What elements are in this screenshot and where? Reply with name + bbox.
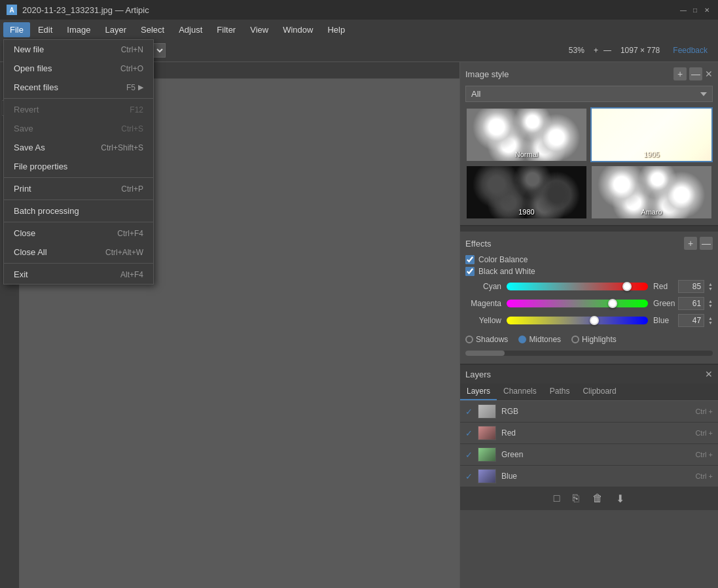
layer-rgb-name: RGB: [501, 407, 690, 416]
panel-scrollbar[interactable]: [460, 226, 718, 232]
slider-cyan-thumb[interactable]: [622, 282, 632, 291]
menu-close-all[interactable]: Close All Ctrl+Alt+W: [4, 243, 153, 262]
style-1980[interactable]: 1980: [465, 165, 588, 220]
maximize-btn[interactable]: □: [691, 5, 700, 14]
image-style-close-btn[interactable]: ✕: [705, 69, 713, 79]
effects-plus-btn[interactable]: +: [684, 237, 697, 250]
menu-open-files[interactable]: Open files Ctrl+O: [4, 59, 153, 78]
menu-select[interactable]: Select: [134, 22, 171, 37]
tone-shadows[interactable]: Shadows: [465, 335, 508, 344]
slider-magenta-track[interactable]: [507, 300, 648, 307]
feedback-btn[interactable]: Feedback: [669, 44, 711, 56]
menu-image[interactable]: Image: [60, 22, 97, 37]
file-properties-label: File properties: [14, 162, 67, 171]
title-left: A 2020-11-23_133231.jpg — Artipic: [7, 5, 149, 15]
menu-adjust[interactable]: Adjust: [172, 22, 209, 37]
dimensions-info: 1097 × 778: [617, 44, 664, 56]
slider-green-label: Green: [653, 299, 673, 308]
magenta-value-arrows[interactable]: ▲ ▼: [708, 299, 713, 308]
layer-new-btn[interactable]: □: [550, 491, 564, 506]
recent-files-arrow: ▶: [138, 83, 143, 92]
effects-scrollbar[interactable]: [465, 351, 713, 356]
menu-file-properties[interactable]: File properties: [4, 157, 153, 176]
tone-highlights[interactable]: Highlights: [571, 335, 617, 344]
effects-minus-btn[interactable]: —: [700, 237, 713, 250]
window-controls[interactable]: — □ ✕: [679, 5, 711, 14]
style-1905[interactable]: 1905: [590, 107, 713, 162]
tone-midtones-radio[interactable]: [518, 336, 526, 343]
image-style-minus-btn[interactable]: —: [689, 67, 702, 80]
magenta-value-input[interactable]: [678, 297, 704, 310]
menu-recent-files[interactable]: Recent files F5 ▶: [4, 78, 153, 97]
effects-scrollbar-thumb[interactable]: [465, 351, 505, 356]
layer-delete-btn[interactable]: 🗑: [588, 491, 607, 506]
tone-shadows-label: Shadows: [476, 335, 508, 344]
menu-exit[interactable]: Exit Alt+F4: [4, 265, 153, 284]
tone-highlights-radio[interactable]: [571, 336, 579, 343]
slider-magenta-thumb[interactable]: [608, 299, 617, 308]
yellow-down-arrow[interactable]: ▼: [708, 320, 713, 325]
layer-red-check[interactable]: ✓: [465, 428, 473, 438]
menu-file[interactable]: File: [3, 22, 30, 37]
layer-red[interactable]: ✓ Red Ctrl +: [460, 423, 718, 444]
menu-help[interactable]: Help: [321, 22, 351, 37]
tab-channels[interactable]: Channels: [497, 383, 543, 400]
cyan-value-arrows[interactable]: ▲ ▼: [708, 282, 713, 291]
image-style-plus-btn[interactable]: +: [673, 67, 687, 80]
layer-red-name: Red: [501, 428, 690, 438]
menu-print[interactable]: Print Ctrl+P: [4, 179, 153, 198]
menu-close[interactable]: Close Ctrl+F4: [4, 224, 153, 243]
magenta-down-arrow[interactable]: ▼: [708, 303, 713, 308]
layer-green[interactable]: ✓ Green Ctrl +: [460, 444, 718, 466]
menu-window[interactable]: Window: [276, 22, 319, 37]
menu-save: Save Ctrl+S: [4, 119, 153, 138]
image-style-dropdown[interactable]: All: [465, 86, 713, 102]
tone-shadows-radio[interactable]: [465, 336, 473, 343]
layer-down-btn[interactable]: ⬇: [612, 491, 628, 506]
tone-midtones[interactable]: Midtones: [518, 335, 561, 344]
sep-4: [4, 222, 153, 222]
menu-filter[interactable]: Filter: [210, 22, 242, 37]
save-as-shortcut: Ctrl+Shift+S: [101, 143, 143, 152]
style-amaro[interactable]: Amaro: [590, 165, 713, 220]
layer-rgb-check[interactable]: ✓: [465, 407, 473, 417]
image-style-title: Image style: [465, 69, 509, 79]
menu-layer[interactable]: Layer: [99, 22, 134, 37]
zoom-minus[interactable]: —: [603, 46, 611, 55]
menu-batch-processing[interactable]: Batch processing: [4, 201, 153, 220]
tab-paths[interactable]: Paths: [543, 383, 577, 400]
slider-cyan-track[interactable]: [507, 283, 648, 290]
yellow-up-arrow[interactable]: ▲: [708, 316, 713, 320]
layer-green-thumb: [478, 447, 496, 462]
image-style-panel: Image style + — ✕ All Normal: [460, 62, 718, 226]
cyan-down-arrow[interactable]: ▼: [708, 286, 713, 291]
tab-clipboard[interactable]: Clipboard: [576, 383, 622, 400]
layer-blue-check[interactable]: ✓: [465, 472, 473, 481]
yellow-value-input[interactable]: [678, 314, 704, 327]
new-file-label: New file: [14, 44, 44, 54]
effect-black-white-checkbox[interactable]: [465, 267, 475, 276]
layer-rgb[interactable]: ✓ RGB Ctrl +: [460, 401, 718, 423]
magenta-up-arrow[interactable]: ▲: [708, 299, 713, 303]
slider-cyan-label: Cyan: [465, 282, 501, 291]
menu-edit[interactable]: Edit: [31, 22, 59, 37]
cyan-up-arrow[interactable]: ▲: [708, 282, 713, 286]
minimize-btn[interactable]: —: [679, 5, 688, 14]
close-btn[interactable]: ✕: [702, 5, 711, 14]
zoom-plus[interactable]: +: [594, 46, 598, 55]
slider-yellow-thumb[interactable]: [590, 316, 599, 325]
layer-green-check[interactable]: ✓: [465, 450, 473, 460]
cyan-value-input[interactable]: [678, 280, 704, 293]
tab-layers[interactable]: Layers: [460, 383, 497, 400]
yellow-value-arrows[interactable]: ▲ ▼: [708, 316, 713, 325]
style-normal[interactable]: Normal: [465, 107, 588, 162]
slider-yellow-label: Yellow: [465, 316, 501, 325]
layer-blue[interactable]: ✓ Blue Ctrl +: [460, 466, 718, 487]
layers-panel-close[interactable]: ✕: [705, 369, 713, 379]
menu-view[interactable]: View: [243, 22, 275, 37]
menu-new-file[interactable]: New file Ctrl+N: [4, 40, 153, 59]
effect-color-balance-checkbox[interactable]: [465, 255, 475, 264]
slider-yellow-track[interactable]: [507, 317, 648, 324]
layer-copy-btn[interactable]: ⎘: [569, 491, 583, 506]
menu-save-as[interactable]: Save As Ctrl+Shift+S: [4, 138, 153, 157]
